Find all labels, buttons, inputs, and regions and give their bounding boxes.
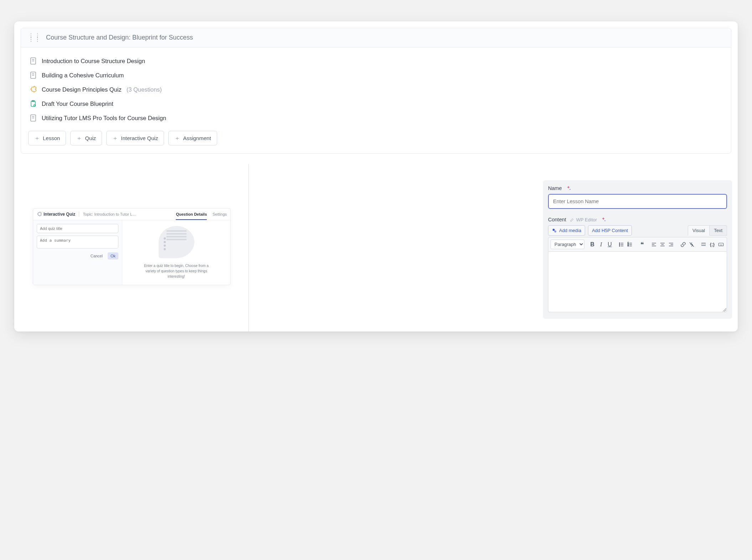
wp-editor-toggle[interactable]: WP Editor	[570, 217, 597, 222]
quiz-topic-label: Topic: Introduction to Tutor LMS P...	[83, 212, 136, 216]
content-item-label: Introduction to Course Structure Design	[42, 58, 145, 65]
content-item-lesson[interactable]: Introduction to Course Structure Design	[28, 54, 724, 68]
keyboard-button[interactable]	[717, 240, 725, 249]
tab-text[interactable]: Text	[710, 225, 727, 236]
content-field-label: Content	[548, 217, 566, 222]
page-card: ⋮⋮⋮⋮ Course Structure and Design: Bluepr…	[14, 21, 738, 332]
content-editor[interactable]	[548, 252, 727, 312]
svg-point-18	[619, 246, 620, 246]
tab-question-details[interactable]: Question Details	[176, 211, 207, 218]
cancel-button[interactable]: Cancel	[88, 252, 106, 260]
puzzle-icon	[30, 86, 37, 93]
svg-point-12	[553, 228, 555, 231]
quiz-title-input[interactable]	[37, 224, 118, 233]
svg-text:3: 3	[628, 245, 629, 247]
link-button[interactable]	[679, 240, 686, 249]
shortcode-button[interactable]: {;}	[708, 240, 716, 249]
button-label: Lesson	[43, 135, 60, 141]
clipboard-icon	[30, 100, 37, 107]
lesson-editor-panel: Name Content WP Editor Add media	[543, 180, 732, 319]
question-count: (3 Questions)	[127, 86, 162, 93]
name-field-label: Name	[548, 185, 562, 191]
content-item-label: Course Design Principles Quiz	[42, 86, 122, 93]
add-assignment-button[interactable]: ＋ Assignment	[168, 131, 217, 145]
content-item-lesson[interactable]: Building a Cohesive Curriculum	[28, 68, 724, 82]
editor-toolbar: Paragraph B I U 123 ❝ {;}	[548, 237, 727, 252]
quote-button[interactable]: ❝	[638, 240, 645, 249]
media-icon	[552, 228, 557, 233]
wp-editor-label: WP Editor	[576, 217, 597, 222]
course-body: Introduction to Course Structure Design …	[21, 47, 731, 153]
document-icon	[30, 57, 37, 65]
quiz-panel-title: Interactive Quiz	[44, 212, 75, 217]
button-label: Assignment	[183, 135, 211, 141]
svg-rect-39	[718, 243, 723, 246]
content-item-label: Draft Your Course Blueprint	[42, 101, 113, 107]
add-h5p-button[interactable]: Add H5P Content	[588, 225, 632, 236]
resize-handle-icon[interactable]	[723, 308, 726, 312]
panel-seam	[248, 164, 249, 332]
course-header[interactable]: ⋮⋮⋮⋮ Course Structure and Design: Bluepr…	[21, 28, 731, 47]
quiz-empty-illustration-icon	[159, 226, 194, 258]
button-label: Quiz	[85, 135, 96, 141]
divider	[79, 212, 79, 217]
content-item-label: Building a Cohesive Curriculum	[42, 72, 124, 79]
add-media-button[interactable]: Add media	[548, 225, 585, 236]
quiz-summary-input[interactable]	[37, 236, 118, 248]
editor-mode-tabs: Visual Text	[688, 225, 727, 236]
tab-visual[interactable]: Visual	[688, 225, 710, 236]
button-label: Add media	[559, 228, 581, 233]
svg-point-16	[619, 244, 620, 245]
lesson-name-input[interactable]	[548, 194, 727, 209]
add-interactive-quiz-button[interactable]: ＋ Interactive Quiz	[106, 131, 164, 145]
ai-sparkle-icon[interactable]	[600, 217, 606, 222]
ok-button[interactable]: Ok	[108, 252, 118, 260]
ai-sparkle-icon[interactable]	[566, 185, 571, 191]
drag-handle-icon[interactable]: ⋮⋮⋮⋮	[28, 35, 41, 41]
bullet-list-button[interactable]	[618, 240, 625, 249]
align-left-button[interactable]	[650, 240, 657, 249]
numbered-list-button[interactable]: 123	[626, 240, 634, 249]
unlink-button[interactable]	[688, 240, 695, 249]
course-title: Course Structure and Design: Blueprint f…	[46, 34, 193, 41]
add-quiz-button[interactable]: ＋ Quiz	[70, 131, 102, 145]
tab-settings[interactable]: Settings	[213, 211, 227, 218]
align-right-button[interactable]	[667, 240, 675, 249]
more-button[interactable]	[700, 240, 707, 249]
content-item-assignment[interactable]: Draft Your Course Blueprint	[28, 97, 724, 111]
document-icon	[30, 72, 37, 79]
svg-point-13	[554, 230, 556, 232]
document-icon	[30, 114, 37, 122]
underline-button[interactable]: U	[606, 240, 613, 249]
interactive-quiz-panel: Interactive Quiz Topic: Introduction to …	[33, 208, 231, 285]
quiz-hint-text: Enter a quiz title to begin. Choose from…	[141, 263, 212, 279]
format-select[interactable]: Paragraph	[551, 240, 584, 249]
quiz-panel-header: Interactive Quiz Topic: Introduction to …	[33, 209, 230, 220]
puzzle-icon	[37, 212, 42, 217]
bold-button[interactable]: B	[589, 240, 596, 249]
quiz-empty-state: Enter a quiz title to begin. Choose from…	[122, 220, 230, 285]
quiz-left-form: Cancel Ok	[33, 220, 122, 285]
svg-point-14	[619, 243, 620, 243]
course-box: ⋮⋮⋮⋮ Course Structure and Design: Bluepr…	[21, 28, 731, 154]
add-lesson-button[interactable]: ＋ Lesson	[28, 131, 66, 145]
button-label: Interactive Quiz	[121, 135, 158, 141]
align-center-button[interactable]	[659, 240, 666, 249]
content-item-label: Utilizing Tutor LMS Pro Tools for Course…	[42, 115, 166, 122]
add-content-actions: ＋ Lesson ＋ Quiz ＋ Interactive Quiz ＋ Ass…	[28, 131, 724, 145]
content-item-lesson[interactable]: Utilizing Tutor LMS Pro Tools for Course…	[28, 111, 724, 125]
button-label: Add H5P Content	[592, 228, 628, 233]
content-item-quiz[interactable]: Course Design Principles Quiz (3 Questio…	[28, 82, 724, 97]
italic-button[interactable]: I	[597, 240, 604, 249]
